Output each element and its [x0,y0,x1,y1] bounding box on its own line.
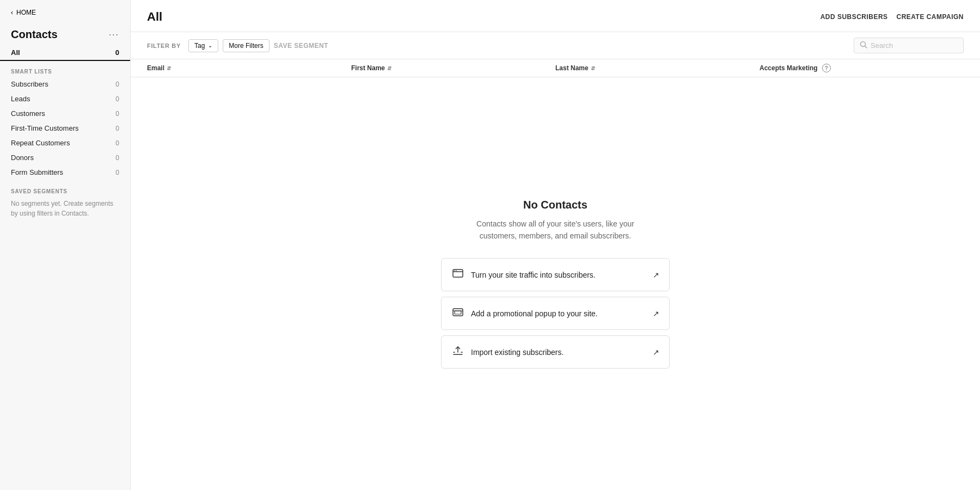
first-name-sort-icon[interactable]: ⇵ [387,65,391,71]
saved-segments-section: SAVED SEGMENTS No segments yet. Create s… [0,180,130,220]
sidebar-item-customers[interactable]: Customers0 [0,106,130,121]
page-title: All [147,10,162,24]
smart-lists-label: SMART LISTS [0,63,130,77]
sidebar-item-leads[interactable]: Leads0 [0,91,130,106]
popup-icon [451,306,464,321]
sidebar-item-count: 0 [115,169,119,176]
all-label: All [11,48,20,57]
create-campaign-button[interactable]: CREATE CAMPAIGN [897,13,964,21]
tag-chip-label: Tag [194,42,205,50]
accepts-marketing-help-icon[interactable]: ? [822,64,831,72]
filter-bar: FILTER BY Tag ⌄ More Filters SAVE SEGMEN… [131,32,980,59]
search-icon [860,41,867,50]
main-content: All ADD SUBSCRIBERS CREATE CAMPAIGN FILT… [131,0,980,490]
home-label: HOME [16,9,36,16]
col-email-label: Email [147,64,164,72]
action-card-popup[interactable]: Add a promotional popup to your site. ↗ [441,297,670,330]
sidebar-item-count: 0 [115,95,119,103]
col-last-name-label: Last Name [555,64,589,72]
sidebar-item-first-time-customers[interactable]: First-Time Customers0 [0,121,130,136]
sidebar-item-all[interactable]: All 0 [0,45,130,61]
popup-text: Add a promotional popup to your site. [471,309,598,318]
header-actions: ADD SUBSCRIBERS CREATE CAMPAIGN [820,13,964,21]
chevron-down-icon: ⌄ [208,42,212,48]
col-accepts-marketing-label: Accepts Marketing [759,64,818,72]
filter-by-label: FILTER BY [147,42,181,49]
sidebar: ‹ HOME Contacts ··· All 0 SMART LISTS Su… [0,0,131,490]
empty-title: No Contacts [523,199,587,211]
sidebar-item-label: Form Submitters [11,168,63,176]
table-header: Email ⇵ First Name ⇵ Last Name ⇵ Accepts… [131,59,980,77]
sidebar-item-count: 0 [115,81,119,88]
search-box [854,38,964,53]
sidebar-item-label: Customers [11,109,45,118]
popup-arrow-icon: ↗ [653,309,659,318]
import-icon [451,345,464,359]
col-email: Email ⇵ [147,64,351,72]
sidebar-item-label: Leads [11,95,30,103]
svg-point-5 [456,271,457,272]
chevron-left-icon: ‹ [11,9,13,16]
contacts-title: Contacts [11,28,58,41]
action-card-site-traffic[interactable]: Turn your site traffic into subscribers.… [441,258,670,291]
sidebar-item-label: Repeat Customers [11,139,70,147]
site-traffic-icon [451,267,464,282]
svg-point-4 [454,271,455,272]
svg-rect-7 [455,311,461,314]
all-count: 0 [115,48,119,57]
action-cards: Turn your site traffic into subscribers.… [441,258,670,369]
more-filters-button[interactable]: More Filters [223,39,269,52]
sidebar-item-label: Subscribers [11,80,48,88]
tag-filter-chip[interactable]: Tag ⌄ [188,39,218,52]
empty-state: No Contacts Contacts show all of your si… [131,77,980,490]
sidebar-item-label: Donors [11,154,34,162]
import-text: Import existing subscribers. [471,348,564,357]
col-accepts-marketing: Accepts Marketing ? [759,64,964,72]
action-card-import[interactable]: Import existing subscribers. ↗ [441,335,670,369]
last-name-sort-icon[interactable]: ⇵ [591,65,595,71]
col-last-name: Last Name ⇵ [555,64,759,72]
import-arrow-icon: ↗ [653,348,659,357]
save-segment-button[interactable]: SAVE SEGMENT [274,42,328,50]
sidebar-item-count: 0 [115,125,119,132]
sidebar-item-count: 0 [115,110,119,118]
contacts-header: Contacts ··· [0,22,130,45]
saved-segments-text: No segments yet. Create segments by usin… [11,199,119,218]
svg-line-1 [865,46,867,48]
col-first-name: First Name ⇵ [351,64,555,72]
sidebar-item-count: 0 [115,154,119,162]
add-subscribers-button[interactable]: ADD SUBSCRIBERS [820,13,888,21]
col-first-name-label: First Name [351,64,385,72]
sidebar-item-label: First-Time Customers [11,124,78,132]
empty-description: Contacts show all of your site's users, … [468,218,642,242]
contacts-menu-button[interactable]: ··· [109,30,119,40]
main-header: All ADD SUBSCRIBERS CREATE CAMPAIGN [131,0,980,32]
smart-lists: Subscribers0Leads0Customers0First-Time C… [0,77,130,180]
sidebar-item-form-submitters[interactable]: Form Submitters0 [0,165,130,180]
saved-segments-label: SAVED SEGMENTS [11,188,119,194]
email-sort-icon[interactable]: ⇵ [167,65,171,71]
home-link[interactable]: ‹ HOME [0,0,130,22]
more-filters-label: More Filters [229,42,263,50]
sidebar-item-subscribers[interactable]: Subscribers0 [0,77,130,91]
site-traffic-text: Turn your site traffic into subscribers. [471,271,596,279]
sidebar-item-donors[interactable]: Donors0 [0,150,130,165]
site-traffic-arrow-icon: ↗ [653,271,659,279]
search-input[interactable] [871,41,958,50]
sidebar-item-count: 0 [115,139,119,147]
sidebar-item-repeat-customers[interactable]: Repeat Customers0 [0,136,130,150]
